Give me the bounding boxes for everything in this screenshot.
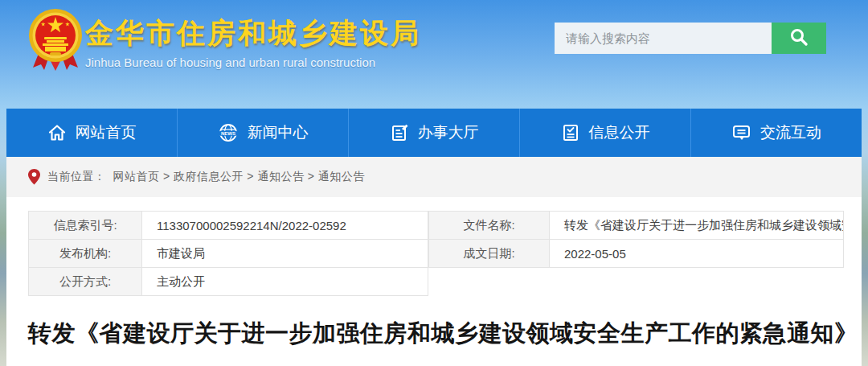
meta-table-right: 文件名称: 转发《省建设厅关于进一步加强住房和城乡建设领域安全生... 成文日期… <box>428 211 844 268</box>
nav-item-news[interactable]: NEWS 新闻中心 <box>177 109 348 157</box>
meta-value-index-number: 11330700002592214N/2022-02592 <box>142 212 428 240</box>
main-nav: 网站首页 NEWS 新闻中心 <box>6 109 862 157</box>
nav-item-home[interactable]: 网站首页 <box>6 109 177 157</box>
table-row: 文件名称: 转发《省建设厅关于进一步加强住房和城乡建设领域安全生... <box>429 212 844 240</box>
breadcrumb-prefix: 当前位置： <box>47 170 106 184</box>
breadcrumb: 当前位置：网站首页 > 政府信息公开 > 通知公告 > 通知公告 <box>6 157 862 197</box>
nav-item-label: 办事大厅 <box>418 122 479 143</box>
meta-value-date: 2022-05-05 <box>550 240 844 268</box>
meta-label-disclosure-method: 公开方式: <box>29 268 142 296</box>
site-title: 金华市住房和城乡建设局 <box>85 14 421 52</box>
site-subtitle: Jinhua Bureau of housing and urban rural… <box>85 56 421 69</box>
meta-label-index-number: 信息索引号: <box>29 212 142 240</box>
home-icon <box>47 123 67 142</box>
svg-text:NEWS: NEWS <box>221 131 235 136</box>
document-pencil-icon <box>390 123 409 142</box>
document-check-icon <box>561 123 580 142</box>
meta-value-disclosure-method: 主动公开 <box>142 268 428 296</box>
search-button[interactable] <box>772 23 826 54</box>
search-icon <box>788 27 809 50</box>
nav-item-label: 信息公开 <box>589 122 650 143</box>
meta-value-publisher: 市建设局 <box>142 240 428 268</box>
meta-label-file-name: 文件名称: <box>429 212 550 240</box>
table-row: 信息索引号: 11330700002592214N/2022-02592 <box>29 212 428 240</box>
main-content: 信息索引号: 11330700002592214N/2022-02592 发布机… <box>6 197 862 366</box>
nav-item-label: 网站首页 <box>76 122 137 143</box>
breadcrumb-path[interactable]: 网站首页 > 政府信息公开 > 通知公告 > 通知公告 <box>113 170 365 184</box>
news-globe-icon: NEWS <box>218 122 239 143</box>
table-row: 发布机构: 市建设局 <box>29 240 428 268</box>
location-pin-icon <box>28 169 40 185</box>
chat-bubble-icon <box>731 123 751 142</box>
meta-table-left: 信息索引号: 11330700002592214N/2022-02592 发布机… <box>28 211 428 296</box>
page-title: 转发《省建设厅关于进一步加强住房和城乡建设领域安全生产工作的紧急通知》 <box>28 318 862 350</box>
table-row: 公开方式: 主动公开 <box>29 268 428 296</box>
meta-label-publisher: 发布机构: <box>29 240 142 268</box>
nav-item-interaction[interactable]: 交流互动 <box>690 109 862 157</box>
nav-item-label: 新闻中心 <box>248 122 309 143</box>
nav-item-label: 交流互动 <box>760 122 821 143</box>
table-row: 成文日期: 2022-05-05 <box>429 240 844 268</box>
brand-text: 金华市住房和城乡建设局 Jinhua Bureau of housing and… <box>85 14 421 69</box>
site-header: 金华市住房和城乡建设局 Jinhua Bureau of housing and… <box>0 0 868 109</box>
china-national-emblem-icon <box>28 6 83 76</box>
nav-item-info-disclosure[interactable]: 信息公开 <box>519 109 690 157</box>
meta-value-file-name: 转发《省建设厅关于进一步加强住房和城乡建设领域安全生... <box>550 212 844 240</box>
document-meta-tables: 信息索引号: 11330700002592214N/2022-02592 发布机… <box>28 211 842 296</box>
nav-item-service-hall[interactable]: 办事大厅 <box>348 109 519 157</box>
search-bar <box>555 23 826 54</box>
search-input[interactable] <box>555 23 772 54</box>
meta-label-date: 成文日期: <box>429 240 550 268</box>
